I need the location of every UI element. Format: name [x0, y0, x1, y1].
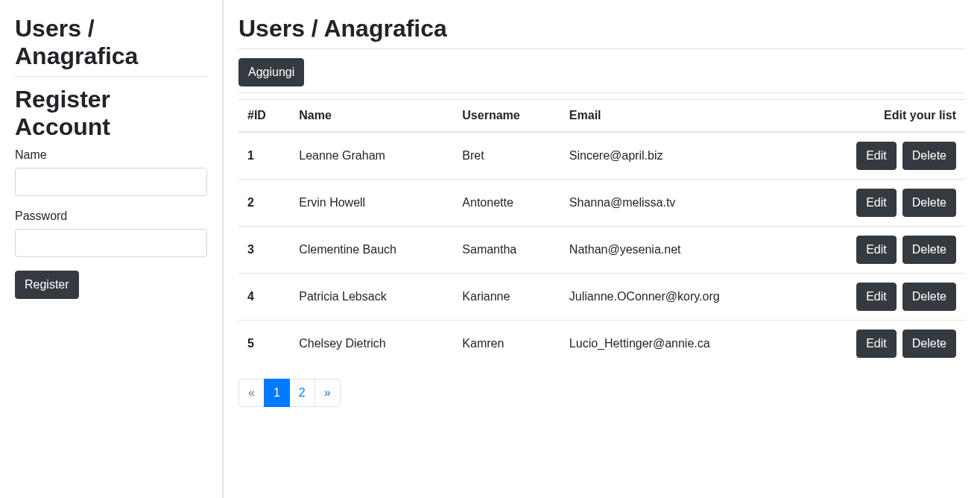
- cell-email: Lucio_Hettinger@annie.ca: [560, 321, 799, 368]
- delete-button[interactable]: Delete: [902, 283, 956, 311]
- add-button[interactable]: Aggiungi: [238, 58, 304, 86]
- cell-email: Julianne.OConner@kory.org: [560, 274, 799, 321]
- cell-username: Antonette: [453, 180, 560, 227]
- cell-name: Chelsey Dietrich: [290, 321, 453, 368]
- cell-email: Shanna@melissa.tv: [560, 180, 799, 227]
- table-row: 4Patricia LebsackKarianneJulianne.OConne…: [238, 274, 965, 321]
- col-email: Email: [560, 100, 799, 133]
- delete-button[interactable]: Delete: [902, 330, 956, 358]
- cell-actions: EditDelete: [799, 132, 965, 180]
- edit-button[interactable]: Edit: [856, 283, 897, 311]
- cell-id: 1: [238, 132, 290, 180]
- password-field-group: Password: [15, 209, 207, 257]
- table-row: 1Leanne GrahamBretSincere@april.bizEditD…: [238, 132, 965, 180]
- name-input[interactable]: [15, 168, 207, 196]
- edit-button[interactable]: Edit: [856, 330, 897, 358]
- sidebar: Users / Anagrafica Register Account Name…: [0, 0, 224, 498]
- table-row: 2Ervin HowellAntonetteShanna@melissa.tvE…: [238, 180, 965, 227]
- page-prev[interactable]: «: [238, 379, 265, 407]
- edit-button[interactable]: Edit: [856, 189, 897, 217]
- cell-id: 2: [238, 180, 290, 227]
- col-id: #ID: [238, 100, 290, 133]
- delete-button[interactable]: Delete: [902, 189, 956, 217]
- page-link[interactable]: 2: [289, 379, 315, 407]
- cell-name: Patricia Lebsack: [290, 274, 453, 321]
- page-link[interactable]: 1: [264, 379, 290, 407]
- cell-username: Karianne: [453, 274, 560, 321]
- sidebar-title: Users / Anagrafica: [15, 15, 207, 77]
- register-button[interactable]: Register: [15, 271, 79, 299]
- cell-actions: EditDelete: [799, 274, 965, 321]
- password-label: Password: [15, 209, 207, 223]
- cell-name: Clementine Bauch: [290, 227, 453, 274]
- cell-username: Bret: [453, 132, 560, 180]
- register-title: Register Account: [15, 86, 207, 141]
- edit-button[interactable]: Edit: [856, 236, 897, 264]
- cell-username: Kamren: [453, 321, 560, 368]
- cell-id: 3: [238, 227, 290, 274]
- table-row: 5Chelsey DietrichKamrenLucio_Hettinger@a…: [238, 321, 965, 368]
- password-input[interactable]: [15, 229, 207, 257]
- cell-username: Samantha: [453, 227, 560, 274]
- table-row: 3Clementine BauchSamanthaNathan@yesenia.…: [238, 227, 965, 274]
- col-name: Name: [290, 100, 453, 133]
- page-next[interactable]: »: [314, 379, 341, 407]
- cell-name: Leanne Graham: [290, 132, 453, 180]
- name-label: Name: [15, 148, 207, 162]
- cell-actions: EditDelete: [799, 321, 965, 368]
- cell-email: Nathan@yesenia.net: [560, 227, 799, 274]
- cell-email: Sincere@april.biz: [560, 132, 799, 180]
- page-title: Users / Anagrafica: [238, 15, 965, 49]
- delete-button[interactable]: Delete: [902, 142, 956, 170]
- main-content: Users / Anagrafica Aggiungi #ID Name Use…: [224, 0, 980, 498]
- col-username: Username: [453, 100, 560, 133]
- users-table: #ID Name Username Email Edit your list 1…: [238, 99, 965, 367]
- col-actions: Edit your list: [799, 100, 965, 133]
- name-field-group: Name: [15, 148, 207, 196]
- delete-button[interactable]: Delete: [902, 236, 956, 264]
- edit-button[interactable]: Edit: [856, 142, 897, 170]
- pagination: «12»: [238, 379, 965, 407]
- cell-actions: EditDelete: [799, 180, 965, 227]
- cell-id: 4: [238, 274, 290, 321]
- cell-actions: EditDelete: [799, 227, 965, 274]
- cell-id: 5: [238, 321, 290, 368]
- cell-name: Ervin Howell: [290, 180, 453, 227]
